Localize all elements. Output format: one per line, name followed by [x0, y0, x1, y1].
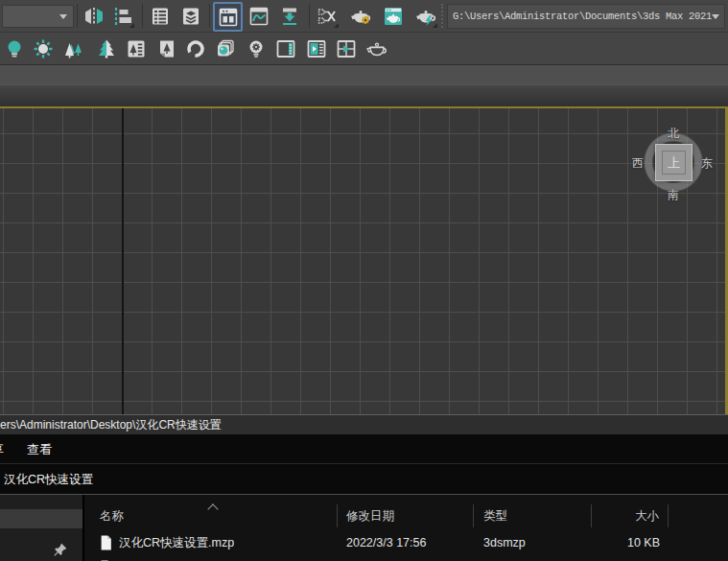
project-path-field[interactable]: G:\Users\Administrator\Documents\3ds Max… [447, 4, 725, 29]
viewport-top-view[interactable]: 上 北 南 西 东 [0, 106, 728, 414]
toolbar-separator [77, 4, 78, 28]
file-explorer-window: ers\Administrator\Desktop\汉化CR快速设置 享 查看 … [0, 414, 728, 561]
breadcrumb-folder[interactable]: 汉化CR快速设置 [4, 472, 93, 488]
pin-icon[interactable] [54, 543, 67, 556]
render-setup-button[interactable] [347, 3, 373, 29]
file-name: 汉化CR快速设置.mzp [119, 535, 234, 551]
grid-origin-axis [122, 108, 124, 414]
schematic-view-icon [279, 6, 300, 27]
render-panel-icon [306, 38, 327, 59]
chevron-down-icon [712, 14, 719, 19]
render-button[interactable] [412, 3, 438, 29]
tab-view[interactable]: 查看 [27, 441, 52, 458]
column-header-type[interactable]: 类型 [474, 504, 592, 527]
corona-ring-icon [185, 38, 206, 59]
material-library-button[interactable] [212, 35, 238, 61]
scatter-tree-icon [96, 38, 117, 59]
mirror-icon [83, 6, 105, 27]
corona-toolbar [0, 33, 728, 65]
file-list: 名称 修改日期 类型 大小 汉化CR快速设置.mzp 2 [84, 495, 728, 561]
ribbon-toggle-icon [218, 7, 239, 28]
corona-sun-icon [33, 38, 54, 59]
explorer-title-path: ers\Administrator\Desktop\汉化CR快速设置 [0, 418, 222, 432]
layer-explorer-button[interactable] [177, 3, 203, 29]
toolbar-separator [142, 4, 143, 28]
column-header-date[interactable]: 修改日期 [338, 504, 474, 527]
column-header-size[interactable]: 大小 [592, 504, 669, 527]
quad-panel-button[interactable] [333, 35, 359, 61]
forest-library-icon [126, 38, 147, 59]
vfb-panel-icon [275, 38, 296, 59]
forest-library-button[interactable] [123, 35, 149, 61]
navigation-pane[interactable] [0, 495, 84, 561]
max-main-toolbar: G:\Users\Administrator\Documents\3ds Max… [0, 0, 728, 33]
file-type: 3dsmzp [474, 536, 592, 549]
compass-east-label[interactable]: 东 [700, 155, 714, 172]
named-selection-sets-dropdown[interactable] [2, 5, 74, 28]
project-path-value: G:\Users\Administrator\Documents\3ds Max… [448, 11, 712, 22]
file-row[interactable]: 汉化CR快速设置.mzp 2022/3/3 17:56 3dsmzp 10 KB [84, 530, 728, 555]
corona-light-icon [4, 38, 25, 59]
ribbon-collapsed-strip [0, 84, 728, 107]
lightmix-button[interactable] [243, 35, 269, 61]
viewcube[interactable]: 上 北 南 西 东 [625, 114, 721, 210]
rendered-frame-window-button[interactable] [380, 3, 406, 29]
curve-editor-button[interactable] [246, 3, 271, 29]
compass-south-label[interactable]: 南 [667, 187, 680, 203]
vfb-panel-button[interactable] [272, 35, 298, 61]
slate-material-editor-icon [317, 6, 338, 27]
tab-share-clipped[interactable]: 享 [0, 441, 4, 458]
column-header-name[interactable]: 名称 [84, 504, 338, 527]
lightmix-bulb-gear-icon [246, 38, 267, 59]
file-date: 2022/3/3 17:56 [338, 536, 474, 549]
document-icon [100, 535, 112, 550]
scene-explorer-icon [150, 6, 171, 27]
file-size: 10 KB [592, 536, 669, 549]
toolbar-separator [309, 4, 310, 28]
explorer-body: 名称 修改日期 类型 大小 汉化CR快速设置.mzp 2 [0, 495, 728, 561]
render-icon [415, 6, 436, 27]
file-row-partial[interactable] [84, 555, 728, 561]
toolbar-separator [209, 4, 210, 28]
rendered-frame-window-icon [383, 6, 404, 27]
compass-west-label[interactable]: 西 [631, 155, 645, 172]
forest-scatter-button[interactable] [60, 35, 86, 61]
corona-scatter-button[interactable] [93, 35, 119, 61]
nav-selected-item[interactable] [0, 509, 82, 528]
scene-explorer-button[interactable] [147, 3, 173, 29]
teapot-outline-icon [366, 38, 387, 59]
toolbar-separator [441, 4, 444, 28]
mirror-button[interactable] [81, 3, 106, 29]
material-editor-button[interactable] [314, 3, 340, 29]
schematic-view-button[interactable] [276, 3, 302, 29]
desktop: G:\Users\Administrator\Documents\3ds Max… [0, 0, 728, 561]
explorer-ribbon-tabs: 享 查看 [0, 434, 728, 463]
render-setup-icon [350, 6, 371, 27]
corona-light-button[interactable] [1, 35, 27, 61]
viewcube-top-face[interactable]: 上 [655, 144, 693, 181]
tree-page-icon [156, 38, 177, 59]
explorer-address-bar[interactable]: 汉化CR快速设置 [0, 464, 728, 495]
compass-north-label[interactable]: 北 [667, 126, 680, 142]
quad-panel-icon [336, 38, 357, 59]
align-button[interactable] [109, 3, 135, 29]
corona-converter-button[interactable] [364, 35, 389, 61]
material-stack-icon [215, 38, 236, 59]
viewcube-top-label: 上 [662, 151, 686, 175]
corona-render-button[interactable] [182, 35, 208, 61]
tree-proxy-button[interactable] [153, 35, 179, 61]
align-icon [112, 6, 133, 27]
render-panel-button[interactable] [303, 35, 329, 61]
layer-explorer-icon [180, 6, 201, 27]
forest-icon [63, 38, 84, 59]
sort-ascending-icon [207, 503, 218, 514]
file-list-header: 名称 修改日期 类型 大小 [84, 502, 728, 530]
ribbon-toggle-button[interactable] [213, 2, 243, 32]
chevron-down-icon [59, 14, 67, 19]
explorer-titlebar[interactable]: ers\Administrator\Desktop\汉化CR快速设置 [0, 415, 728, 434]
corona-sun-button[interactable] [30, 35, 56, 61]
curve-editor-icon [248, 6, 270, 27]
empty-toolbar-strip [0, 65, 728, 84]
